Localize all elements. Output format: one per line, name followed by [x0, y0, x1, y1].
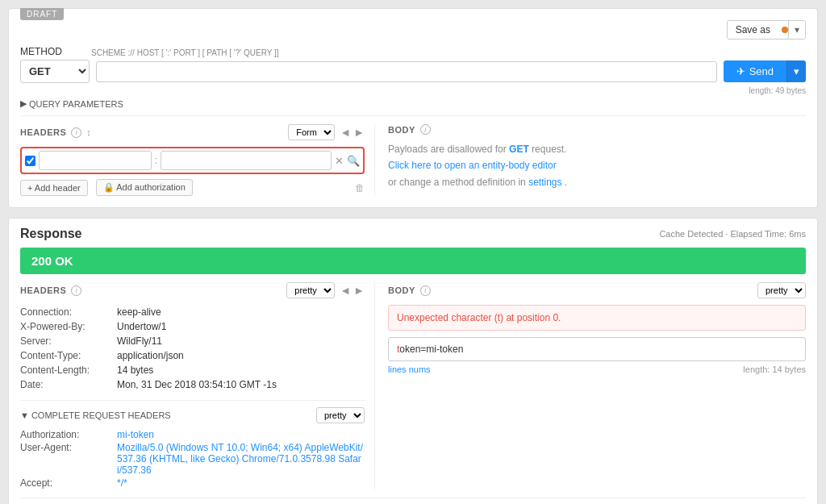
sort-icon[interactable]: ↕ [86, 127, 91, 137]
resp-header-row: X-Powered-By:Undertow/1 [20, 319, 365, 334]
token-rest: oken=mi-token [399, 344, 463, 355]
req-header-key: Authorization: [20, 428, 117, 441]
method-url-row: GET POST PUT DELETE http://localhost:808… [20, 60, 806, 83]
response-panel: Response Cache Detected · Elapsed Time: … [8, 218, 818, 504]
complete-req-pretty-select[interactable]: pretty raw [316, 407, 365, 423]
response-header-row: Response Cache Detected · Elapsed Time: … [20, 227, 806, 241]
headers-panel: HEADERS i ↕ Form Raw ◄ ► [20, 124, 375, 196]
resp-nav-right[interactable]: ► [353, 284, 365, 297]
resp-header-row: Content-Length:14 bytes [20, 363, 365, 377]
resp-headers-pretty-select[interactable]: pretty raw [286, 282, 335, 298]
resp-header-key: Date: [20, 377, 117, 392]
method-select-wrapper: GET POST PUT DELETE [20, 60, 90, 83]
resp-body-pretty-select[interactable]: pretty raw [757, 282, 806, 298]
send-icon: ✈ [736, 65, 745, 77]
headers-info-icon: i [71, 127, 81, 138]
body-note-line2: request. [532, 144, 566, 155]
body-note-end: . [565, 177, 567, 188]
resp-body-title: BODY [388, 285, 415, 295]
body-note-line1: Payloads are disallowed for [388, 144, 507, 155]
req-header-row: User-Agent:Mozilla/5.0 (Windows NT 10.0;… [20, 441, 365, 477]
header-checkbox[interactable] [25, 156, 35, 166]
send-label: Send [749, 65, 774, 77]
body-section-header: BODY i [388, 124, 806, 135]
response-hb-section: HEADERS i pretty raw ◄ ► [20, 282, 806, 489]
resp-headers-info-icon: i [71, 285, 81, 296]
resp-header-row: Content-Type:application/json [20, 348, 365, 363]
resp-header-value: keep-alive [117, 305, 365, 319]
clear-icon[interactable]: ✕ [335, 155, 344, 167]
nav-left-arrow[interactable]: ◄ [340, 126, 351, 139]
url-length: length: 49 bytes [20, 86, 806, 95]
complete-req-headers-table: Authorization:mi-tokenUser-Agent:Mozilla… [20, 428, 365, 489]
req-header-value: */* [117, 477, 365, 489]
method-label: METHOD [20, 46, 85, 57]
error-box: Unexpected character (t) at position 0. [388, 305, 806, 331]
resp-body-header: BODY i pretty raw [388, 282, 806, 298]
resp-header-value: WildFly/11 [117, 334, 365, 348]
lines-nums-row: lines nums length: 14 bytes [388, 364, 806, 374]
resp-header-key: Content-Type: [20, 348, 117, 363]
response-headers-table: Connection:keep-aliveX-Powered-By:Undert… [20, 305, 365, 392]
send-button-group: ✈ Send ▾ [724, 60, 806, 82]
resp-header-value: Mon, 31 Dec 2018 03:54:10 GMT -1s [117, 377, 365, 392]
send-button[interactable]: ✈ Send [724, 60, 786, 82]
status-dot [782, 27, 788, 33]
req-header-value: Mozilla/5.0 (Windows NT 10.0; Win64; x64… [117, 441, 365, 477]
save-as-button[interactable]: Save as ▾ [727, 20, 806, 40]
header-key-input[interactable]: Authorization [39, 151, 152, 170]
add-header-row: + Add header 🔒 Add authorization 🗑 [20, 179, 365, 196]
add-header-button[interactable]: + Add header [20, 180, 88, 196]
response-body-panel: BODY i pretty raw Unexpected character (… [375, 282, 806, 489]
resp-header-row: Connection:keep-alive [20, 305, 365, 319]
nav-right-arrow[interactable]: ► [353, 126, 365, 139]
resp-header-key: X-Powered-By: [20, 319, 117, 334]
request-panel: DRAFT Save as ▾ METHOD SCHEME :// HOST [… [8, 8, 818, 208]
cache-info: Cache Detected · Elapsed Time: 6ms [659, 229, 806, 239]
complete-req-toggle[interactable]: ▼ COMPLETE REQUEST HEADERS pretty raw [20, 400, 365, 423]
req-header-key: Accept: [20, 477, 117, 489]
lines-nums-label[interactable]: lines nums [388, 364, 431, 374]
bottom-action-bar: ⬆Top⬇Bottom⊟Collapse⊞Open⇄2Request⧉Copy⬇… [20, 498, 806, 504]
body-note: Payloads are disallowed for GET request.… [388, 141, 806, 190]
headers-section-header: HEADERS i ↕ Form Raw ◄ ► [20, 124, 365, 140]
query-params-toggle[interactable]: ▶ QUERY PARAMETERS [20, 98, 806, 109]
resp-header-value: 14 bytes [117, 363, 365, 377]
query-params-arrow: ▶ [20, 98, 27, 109]
settings-link[interactable]: settings [528, 177, 561, 188]
lock-icon: 🔒 [103, 182, 115, 192]
url-input[interactable]: http://localhost:8080/api-0.0.1-SNAPSHOT… [96, 61, 717, 82]
body-note-line3[interactable]: Click here to open an entity-body editor [388, 160, 557, 171]
method-select[interactable]: GET POST PUT DELETE [21, 60, 89, 82]
headers-section-left: HEADERS i ↕ [20, 127, 91, 138]
save-as-dropdown-arrow[interactable]: ▾ [788, 21, 805, 39]
send-dropdown-button[interactable]: ▾ [786, 60, 806, 82]
resp-header-key: Connection: [20, 305, 117, 319]
add-auth-button[interactable]: 🔒 Add authorization [96, 179, 193, 196]
response-title: Response [20, 227, 81, 241]
add-auth-label: Add authorization [116, 182, 186, 192]
req-header-key: User-Agent: [20, 441, 117, 477]
resp-headers-header: HEADERS i pretty raw ◄ ► [20, 282, 365, 298]
resp-nav-arrows: ◄ ► [340, 284, 365, 297]
token-box: token=mi-token [388, 337, 806, 361]
form-dropdown[interactable]: Form Raw [288, 124, 335, 140]
resp-header-value: Undertow/1 [117, 319, 365, 334]
resp-header-row: Server:WildFly/11 [20, 334, 365, 348]
status-bar: 200 OK [20, 248, 806, 274]
resp-body-info-icon: i [420, 285, 431, 296]
headers-title: HEADERS [20, 127, 66, 137]
resp-nav-left[interactable]: ◄ [340, 284, 351, 297]
get-method-text: GET [509, 144, 529, 155]
resp-header-value: application/json [117, 348, 365, 363]
query-params-label[interactable]: QUERY PARAMETERS [29, 99, 123, 109]
headers-body-section: HEADERS i ↕ Form Raw ◄ ► [20, 115, 806, 196]
req-header-value: mi-token [117, 428, 365, 441]
resp-header-key: Content-Length: [20, 363, 117, 377]
delete-icon[interactable]: 🗑 [355, 182, 365, 194]
search-icon[interactable]: 🔍 [347, 155, 360, 167]
header-value-input[interactable]: mi-token [161, 151, 332, 170]
resp-headers-title: HEADERS [20, 285, 66, 295]
save-as-label[interactable]: Save as [728, 21, 778, 39]
method-url-labels: METHOD SCHEME :// HOST [ ':' PORT ] [ PA… [20, 46, 806, 57]
